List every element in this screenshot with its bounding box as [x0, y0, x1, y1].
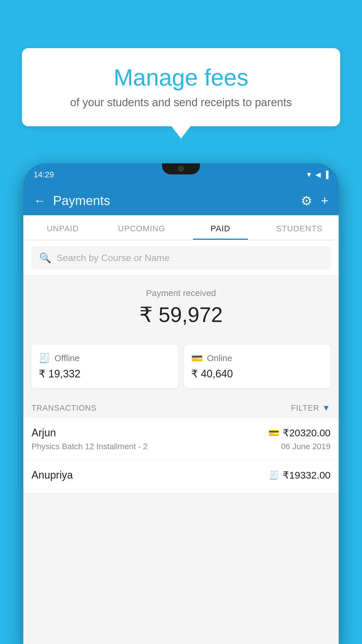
- offline-label: Offline: [55, 353, 80, 363]
- page-title: Payments: [53, 193, 294, 208]
- search-bar[interactable]: 🔍 Search by Course or Name: [31, 246, 331, 269]
- online-amount: ₹ 40,640: [191, 368, 323, 380]
- tab-paid[interactable]: PAID: [181, 215, 260, 240]
- transactions-label: TRANSACTIONS: [31, 404, 97, 413]
- transaction-course: Physics Batch 12 Installment - 2: [31, 442, 147, 451]
- filter-label: FILTER: [291, 404, 319, 413]
- notch: [162, 163, 200, 174]
- status-icons: ▼ ◀ ▐: [305, 171, 328, 179]
- search-input[interactable]: Search by Course or Name: [57, 253, 170, 263]
- filter-button[interactable]: FILTER ▼: [291, 403, 331, 413]
- transaction-name: Arjun: [31, 427, 56, 439]
- phone-frame: 14:29 ▼ ◀ ▐ ← Payments ⚙ + UNPA: [23, 163, 339, 644]
- online-icon: 💳: [191, 353, 203, 364]
- payment-cards: 🧾 Offline ₹ 19,332 💳 Online ₹ 40,640: [23, 344, 339, 397]
- online-card: 💳 Online ₹ 40,640: [184, 344, 331, 388]
- bubble-title: Manage fees: [39, 64, 323, 91]
- card-payment-icon: 💳: [268, 428, 279, 438]
- settings-icon[interactable]: ⚙: [301, 193, 312, 208]
- status-bar: 14:29 ▼ ◀ ▐: [23, 163, 339, 186]
- header-icons: ⚙ +: [301, 193, 328, 208]
- bubble-subtitle: of your students and send receipts to pa…: [39, 96, 323, 109]
- payment-received-section: Payment received ₹ 59,972: [23, 275, 339, 344]
- transaction-row[interactable]: Arjun 💳 ₹20320.00 Physics Batch 12 Insta…: [23, 418, 339, 460]
- transaction-row[interactable]: Anupriya 🧾 ₹19332.00: [23, 460, 339, 493]
- back-button[interactable]: ←: [34, 194, 46, 208]
- payment-received-label: Payment received: [31, 288, 331, 298]
- app-header: ← Payments ⚙ +: [23, 186, 339, 215]
- speech-bubble: Manage fees of your students and send re…: [22, 48, 340, 126]
- transaction-date: 06 June 2019: [281, 442, 331, 451]
- add-icon[interactable]: +: [321, 193, 328, 208]
- wifi-icon: ▼: [305, 171, 312, 179]
- status-time: 14:29: [34, 170, 54, 179]
- filter-icon: ▼: [322, 403, 331, 413]
- battery-icon: ▐: [324, 171, 328, 179]
- search-container: 🔍 Search by Course or Name: [23, 241, 339, 275]
- search-icon: 🔍: [39, 252, 51, 264]
- offline-icon: 🧾: [39, 353, 50, 364]
- online-label: Online: [207, 353, 232, 363]
- tab-upcoming[interactable]: UPCOMING: [102, 215, 181, 240]
- cash-payment-icon: 🧾: [269, 470, 279, 480]
- offline-card: 🧾 Offline ₹ 19,332: [31, 344, 178, 388]
- transaction-name: Anupriya: [31, 469, 73, 481]
- camera: [178, 166, 184, 172]
- transactions-header: TRANSACTIONS FILTER ▼: [23, 397, 339, 418]
- tabs-bar: UNPAID UPCOMING PAID STUDENTS: [23, 215, 339, 240]
- offline-amount: ₹ 19,332: [39, 368, 171, 380]
- transaction-amount-row: 💳 ₹20320.00: [268, 427, 331, 439]
- tab-students[interactable]: STUDENTS: [260, 215, 339, 240]
- transaction-amount: ₹19332.00: [283, 469, 331, 481]
- payment-amount: ₹ 59,972: [31, 302, 331, 327]
- transaction-amount: ₹20320.00: [283, 427, 331, 439]
- tab-unpaid[interactable]: UNPAID: [23, 215, 102, 240]
- signal-icon: ◀: [315, 171, 321, 179]
- transaction-amount-row: 🧾 ₹19332.00: [269, 469, 331, 481]
- phone-content: UNPAID UPCOMING PAID STUDENTS 🔍 Search b…: [23, 215, 339, 644]
